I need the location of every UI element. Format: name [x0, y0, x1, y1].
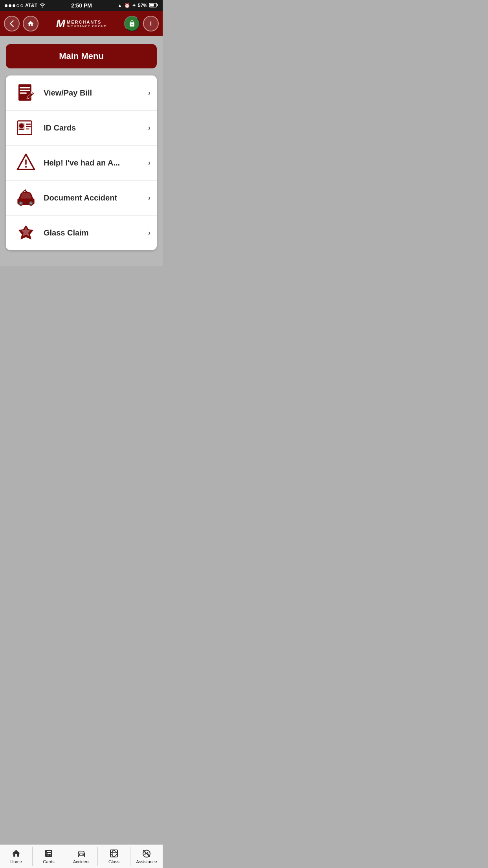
lock-button[interactable] — [124, 16, 140, 31]
status-left: AT&T — [5, 3, 46, 9]
warning-icon — [12, 153, 40, 173]
dot2 — [9, 4, 11, 7]
chevron-icon-cards: › — [148, 124, 150, 132]
svg-rect-4 — [20, 87, 30, 88]
logo-m: M — [56, 17, 65, 30]
dot5 — [20, 4, 23, 7]
dot4 — [17, 4, 19, 7]
home-nav-button[interactable] — [23, 16, 39, 31]
dot3 — [13, 4, 15, 7]
id-card-icon — [12, 118, 40, 138]
signal-dots — [5, 4, 23, 7]
status-bar: AT&T 2:50 PM ▲ ⏰ ✦ 57% — [0, 0, 163, 11]
svg-rect-13 — [26, 129, 29, 130]
location-icon: ▲ — [117, 3, 122, 8]
app-logo: M MERCHANTS INSURANCE GROUP — [56, 17, 107, 30]
svg-rect-14 — [25, 159, 26, 165]
menu-card: View/Pay Bill › ID Cards › — [6, 75, 157, 250]
logo-brand: MERCHANTS — [67, 20, 106, 24]
svg-point-20 — [30, 202, 32, 204]
svg-line-21 — [25, 190, 26, 192]
id-cards-label: ID Cards — [40, 123, 148, 132]
battery-label: 57% — [138, 3, 147, 8]
id-cards-item[interactable]: ID Cards › — [6, 110, 157, 145]
bluetooth-icon: ✦ — [132, 3, 136, 8]
battery-icon — [149, 3, 158, 9]
main-menu-title: Main Menu — [59, 51, 104, 61]
main-content: Main Menu View/Pay Bill › — [0, 36, 163, 266]
glass-icon — [12, 223, 40, 243]
info-button[interactable]: i — [143, 16, 159, 31]
svg-rect-1 — [157, 4, 158, 6]
svg-point-15 — [25, 166, 27, 167]
svg-rect-6 — [20, 92, 26, 94]
time-display: 2:50 PM — [71, 2, 92, 9]
glass-claim-label: Glass Claim — [40, 228, 148, 237]
chevron-icon-doc: › — [148, 194, 150, 202]
view-pay-bill-item[interactable]: View/Pay Bill › — [6, 75, 157, 110]
svg-rect-5 — [20, 90, 30, 91]
nav-left-buttons — [4, 16, 39, 31]
document-accident-item[interactable]: Document Accident › — [6, 180, 157, 215]
main-menu-banner: Main Menu — [6, 44, 157, 68]
svg-rect-11 — [26, 124, 31, 125]
bill-icon — [12, 83, 40, 103]
wifi-icon — [39, 3, 46, 9]
svg-rect-2 — [150, 4, 154, 6]
back-button[interactable] — [4, 16, 20, 31]
svg-point-18 — [20, 202, 22, 204]
document-accident-label: Document Accident — [40, 193, 148, 202]
chevron-icon-glass: › — [148, 229, 150, 237]
svg-point-10 — [19, 123, 24, 128]
chevron-icon-bill: › — [148, 89, 150, 97]
accident-help-item[interactable]: Help! I've had an A... › — [6, 145, 157, 180]
alarm-icon: ⏰ — [124, 3, 130, 8]
nav-bar: M MERCHANTS INSURANCE GROUP i — [0, 11, 163, 36]
carrier-label: AT&T — [25, 3, 37, 8]
view-pay-bill-label: View/Pay Bill — [40, 88, 148, 97]
dot1 — [5, 4, 7, 7]
logo-sub: INSURANCE GROUP — [67, 24, 106, 28]
chevron-icon-accident: › — [148, 159, 150, 167]
svg-rect-12 — [26, 126, 31, 127]
nav-right-buttons: i — [124, 16, 159, 31]
accident-help-label: Help! I've had an A... — [40, 158, 148, 167]
status-right: ▲ ⏰ ✦ 57% — [117, 3, 158, 9]
car-icon — [12, 188, 40, 208]
glass-claim-item[interactable]: Glass Claim › — [6, 215, 157, 250]
